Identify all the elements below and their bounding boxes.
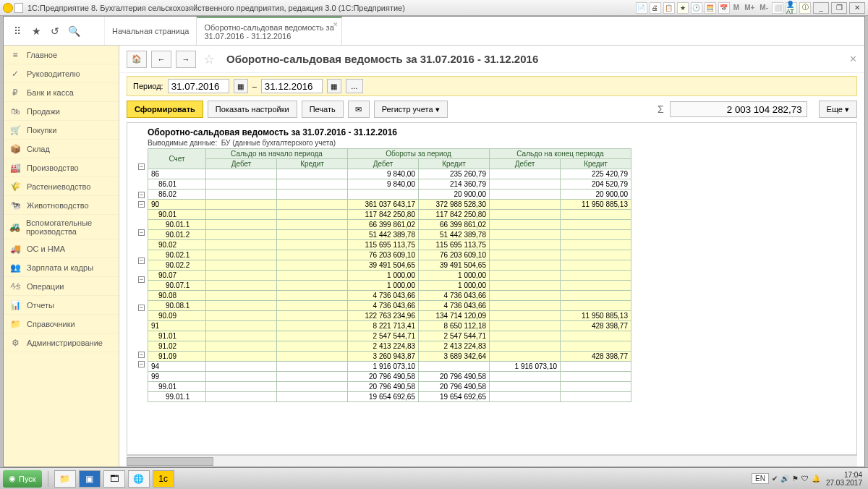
tree-toggle[interactable]: − — [127, 200, 146, 209]
tree-toggle[interactable]: − — [127, 350, 146, 360]
clock[interactable]: 17:0427.03.2017 — [823, 471, 865, 487]
sidebar-item[interactable]: 📦Склад — [4, 140, 119, 158]
table-row[interactable]: 941 916 073,101 916 073,10 — [148, 362, 631, 372]
table-row[interactable]: 90.01117 842 250,80117 842 250,80 — [148, 210, 631, 220]
date-from-input[interactable] — [168, 79, 229, 93]
page-close-icon[interactable]: ✕ — [849, 54, 857, 64]
tool-icon[interactable]: ★ — [677, 2, 689, 14]
sidebar-item[interactable]: 🏭Производство — [4, 158, 119, 177]
date-to-input[interactable] — [261, 79, 323, 93]
sidebar-item[interactable]: 🌾Растениеводство — [4, 177, 119, 196]
tree-toggle[interactable]: − — [127, 162, 146, 171]
table-row[interactable]: 86.0220 900,0020 900,00 — [148, 190, 631, 200]
sidebar-item[interactable]: ₽Банк и касса — [4, 83, 119, 102]
table-row[interactable]: 869 840,00235 260,79225 420,79 — [148, 169, 631, 179]
forward-button[interactable]: → — [176, 51, 196, 68]
tray-icon[interactable]: 🔊 — [780, 475, 789, 482]
table-row[interactable]: 90.09122 763 234,96134 714 120,0911 950 … — [148, 311, 631, 321]
sidebar-item[interactable]: 📊Отчеты — [4, 296, 119, 315]
form-button[interactable]: Сформировать — [127, 101, 203, 118]
sidebar-item[interactable]: 🚚ОС и НМА — [4, 239, 119, 258]
minimize-button[interactable]: _ — [813, 2, 829, 14]
sidebar-item[interactable]: 🛍Продажи — [4, 102, 119, 121]
maximize-button[interactable]: ❐ — [831, 2, 847, 14]
table-row[interactable]: 90.02115 695 113,75115 695 113,75 — [148, 240, 631, 250]
tab-report[interactable]: Оборотно-сальдовая ведомость за 31.07.20… — [197, 17, 341, 45]
m-button[interactable]: M — [732, 4, 741, 12]
close-button[interactable]: ✕ — [849, 2, 865, 14]
table-row[interactable]: 90.084 736 043,664 736 043,66 — [148, 291, 631, 301]
lang-indicator[interactable]: EN — [752, 473, 769, 484]
taskbar-app[interactable]: 📁 — [54, 470, 76, 488]
history-icon[interactable]: ↺ — [48, 25, 61, 38]
taskbar-app[interactable]: 🗔 — [103, 470, 125, 488]
tree-toggle[interactable]: − — [127, 303, 146, 312]
sidebar-item[interactable]: ≡Главное — [4, 46, 119, 64]
table-row[interactable]: 9920 796 490,5820 796 490,58 — [148, 372, 631, 382]
tray-icon[interactable]: ⚑ — [792, 475, 799, 482]
favorite-icon[interactable]: ★ — [30, 25, 43, 38]
tool-icon[interactable]: 🖨 — [650, 2, 661, 14]
tool-icon[interactable]: 📄 — [636, 2, 647, 14]
settings-button[interactable]: Показать настройки — [208, 101, 297, 118]
app-menu-dropdown[interactable] — [14, 3, 23, 13]
search-icon[interactable]: 🔍 — [67, 25, 80, 38]
m-plus-button[interactable]: M+ — [743, 4, 756, 12]
table-row[interactable]: 918 221 713,418 650 112,18428 398,77 — [148, 321, 631, 331]
table-row[interactable]: 90.01.166 399 861,0266 399 861,02 — [148, 220, 631, 230]
sidebar-item[interactable]: ✓Руководителю — [4, 64, 119, 83]
table-row[interactable]: 90.071 000,001 000,00 — [148, 271, 631, 281]
tool-icon[interactable]: 📋 — [663, 2, 675, 14]
table-row[interactable]: 90361 037 643,17372 988 528,3011 950 885… — [148, 200, 631, 210]
tree-toggle[interactable]: − — [127, 190, 146, 200]
tray-icon[interactable]: 🛡 — [801, 475, 809, 482]
sidebar-item[interactable]: 👥Зарплата и кадры — [4, 258, 119, 277]
table-row[interactable]: 90.08.14 736 043,664 736 043,66 — [148, 301, 631, 311]
table-row[interactable]: 99.01.119 654 692,6519 654 692,65 — [148, 392, 631, 402]
tree-toggle[interactable]: − — [127, 228, 146, 237]
period-picker-button[interactable]: ... — [346, 79, 363, 93]
print-button[interactable]: Печать — [302, 101, 344, 118]
table-row[interactable]: 90.01.251 442 389,7851 442 389,78 — [148, 230, 631, 240]
tray-icon[interactable]: 🔔 — [812, 475, 820, 482]
back-button[interactable]: ← — [151, 51, 171, 68]
table-row[interactable]: 90.07.11 000,001 000,00 — [148, 281, 631, 291]
tree-toggle[interactable]: − — [127, 275, 146, 284]
tray-icon[interactable]: ✔ — [772, 475, 778, 482]
sidebar-item[interactable]: 📁Справочники — [4, 315, 119, 333]
tool-icon[interactable]: ⬜ — [772, 2, 783, 14]
table-row[interactable]: 99.0120 796 490,5820 796 490,58 — [148, 382, 631, 392]
tree-toggle[interactable]: − — [127, 256, 146, 265]
tab-start[interactable]: Начальная страница — [105, 17, 197, 45]
tool-icon[interactable]: 📅 — [718, 2, 730, 14]
star-icon[interactable]: ☆ — [203, 51, 215, 67]
taskbar-app[interactable]: ▣ — [79, 470, 101, 488]
mail-button[interactable]: ✉ — [348, 101, 370, 118]
tab-close-icon[interactable]: ✕ — [333, 21, 339, 28]
sidebar-item[interactable]: ⅍Операции — [4, 277, 119, 296]
sidebar-item[interactable]: ⚙Администрирование — [4, 333, 119, 352]
info-icon[interactable]: ⓘ — [799, 2, 811, 14]
report-area[interactable]: Оборотно-сальдовая ведомость за 31.07.20… — [127, 122, 857, 455]
horizontal-scrollbar[interactable] — [127, 455, 857, 467]
calendar-icon[interactable]: ▦ — [327, 79, 341, 93]
table-row[interactable]: 91.093 260 943,873 689 342,64428 398,77 — [148, 352, 631, 362]
more-button[interactable]: Еще ▾ — [819, 101, 857, 118]
table-row[interactable]: 86.019 840,00214 360,79204 520,79 — [148, 179, 631, 190]
home-button[interactable]: 🏠 — [127, 51, 147, 68]
calendar-icon[interactable]: ▦ — [234, 79, 248, 93]
table-row[interactable]: 90.02.176 203 609,1076 203 609,10 — [148, 250, 631, 260]
taskbar-app[interactable]: 🌐 — [128, 470, 150, 488]
table-row[interactable]: 91.012 547 544,712 547 544,71 — [148, 331, 631, 341]
taskbar-app[interactable]: 1c — [153, 470, 174, 488]
register-button[interactable]: Регистр учета ▾ — [374, 101, 448, 118]
start-button[interactable]: ◉ Пуск — [3, 470, 42, 488]
table-row[interactable]: 91.022 413 224,832 413 224,83 — [148, 341, 631, 352]
sidebar-item[interactable]: 🛒Покупки — [4, 121, 119, 140]
sidebar-item[interactable]: 🚜Вспомогательные производства — [4, 215, 119, 239]
tool-icon[interactable]: 🧮 — [705, 2, 716, 14]
tree-toggle[interactable]: − — [127, 360, 146, 369]
tool-icon[interactable]: 🕑 — [691, 2, 702, 14]
user-icon[interactable]: 👤AT — [786, 2, 797, 14]
table-row[interactable]: 90.02.239 491 504,6539 491 504,65 — [148, 260, 631, 271]
